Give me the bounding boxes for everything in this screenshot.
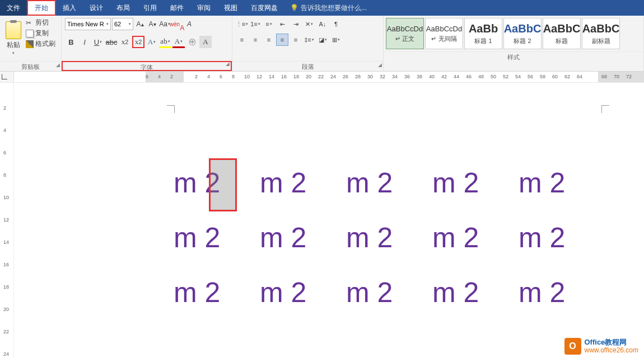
watermark-line2: www.office26.com xyxy=(585,347,639,354)
group-styles: AaBbCcDd↵ 正文AaBbCcDd↵ 无间隔AaBb标题 1AaBbC标题… xyxy=(384,16,644,71)
cell-13[interactable]: m 2 xyxy=(432,276,519,309)
tab-review[interactable]: 审阅 xyxy=(190,0,217,16)
group-styles-title: 样式 xyxy=(384,51,643,62)
paste-button[interactable]: 粘贴 ▾ xyxy=(3,18,24,59)
change-case-button[interactable]: Aa▾ xyxy=(159,18,170,30)
tell-me[interactable]: 💡 告诉我您想要做什么... xyxy=(284,0,372,16)
ruler-corner: ∟ xyxy=(0,72,14,82)
number-list-button[interactable]: 1≡▾ xyxy=(249,18,262,30)
superscript-button[interactable]: x2 xyxy=(132,36,144,48)
tab-file[interactable]: 文件 xyxy=(0,0,27,16)
style-tile-5[interactable]: AaBbC副标题 xyxy=(582,18,620,49)
bullet-list-button[interactable]: ⋮≡▾ xyxy=(236,18,248,30)
copy-icon xyxy=(26,30,34,37)
strikethrough-button[interactable]: abc xyxy=(105,36,118,48)
style-tile-2[interactable]: AaBb标题 1 xyxy=(464,18,502,49)
multilevel-list-button[interactable]: ≡▾ xyxy=(263,18,275,30)
cell-3[interactable]: m 2 xyxy=(432,167,519,199)
grow-font-button[interactable]: A▴ xyxy=(134,18,146,30)
highlight-button[interactable]: ab▾ xyxy=(159,36,171,48)
subscript-button[interactable]: x2 xyxy=(119,36,131,48)
tab-design[interactable]: 设计 xyxy=(83,0,110,16)
tab-home[interactable]: 开始 xyxy=(27,0,56,16)
brush-icon xyxy=(26,40,34,48)
chevron-down-icon: ▾ xyxy=(12,51,15,55)
group-font: Times New R▾ 62▾ A▴ A▾ Aa▾ wénA A B I U▾… xyxy=(62,16,232,71)
cell-11[interactable]: m 2 xyxy=(260,276,346,309)
watermark-line1: Office教程网 xyxy=(585,338,639,346)
format-painter-button[interactable]: 格式刷 xyxy=(26,39,55,49)
style-tile-0[interactable]: AaBbCcDd↵ 正文 xyxy=(386,18,424,49)
bold-button[interactable]: B xyxy=(65,36,77,48)
group-paragraph-title: 段落◢ xyxy=(232,61,383,71)
align-justify-button[interactable]: ≡ xyxy=(276,34,288,46)
text-direction-button[interactable]: ✕▾ xyxy=(303,18,315,30)
cell-6[interactable]: m 2 xyxy=(260,222,346,254)
tell-me-text: 告诉我您想要做什么... xyxy=(301,3,367,13)
decrease-indent-button[interactable]: ⇤ xyxy=(276,18,288,30)
watermark: O Office教程网 www.office26.com xyxy=(564,338,639,355)
style-tile-4[interactable]: AaBbC标题 xyxy=(543,18,581,49)
cell-12[interactable]: m 2 xyxy=(346,276,432,309)
tab-references[interactable]: 引用 xyxy=(137,0,164,16)
horizontal-ruler[interactable]: 6422468101214161820222426283032343638404… xyxy=(146,72,644,82)
align-left-button[interactable]: ≡ xyxy=(236,34,248,46)
paste-label: 粘贴 xyxy=(7,40,20,50)
tab-baidu[interactable]: 百度网盘 xyxy=(244,0,284,16)
group-clipboard: 粘贴 ▾ ✂剪切 复制 格式刷 剪贴板◢ xyxy=(0,16,62,71)
margin-corner-tr xyxy=(601,105,609,113)
cell-4[interactable]: m 2 xyxy=(519,167,605,199)
shrink-font-button[interactable]: A▾ xyxy=(147,18,158,30)
cell-9[interactable]: m 2 xyxy=(519,222,605,254)
page[interactable]: m 2m 2m 2m 2m 2m 2m 2m 2m 2m 2m 2m 2m 2m… xyxy=(134,83,644,358)
increase-indent-button[interactable]: ⇥ xyxy=(290,18,302,30)
tab-insert[interactable]: 插入 xyxy=(56,0,83,16)
group-paragraph: ⋮≡▾ 1≡▾ ≡▾ ⇤ ⇥ ✕▾ A↓ ¶ ≡ ≡ ≡ ≡ ≡ ‡≡▾ ◪▾ … xyxy=(232,16,384,71)
align-right-button[interactable]: ≡ xyxy=(263,34,275,46)
font-name-combo[interactable]: Times New R▾ xyxy=(65,18,111,30)
group-font-title: 字体◢ xyxy=(62,61,232,71)
align-center-button[interactable]: ≡ xyxy=(249,34,262,46)
underline-button[interactable]: U▾ xyxy=(92,36,104,48)
tab-layout[interactable]: 布局 xyxy=(110,0,137,16)
cell-8[interactable]: m 2 xyxy=(432,222,519,254)
cell-5[interactable]: m 2 xyxy=(174,222,260,254)
shading-button[interactable]: ◪▾ xyxy=(316,34,329,46)
vertical-ruler[interactable]: 24681012141618202224 xyxy=(0,83,14,358)
borders-button[interactable]: ⊞▾ xyxy=(330,34,342,46)
group-clipboard-title: 剪贴板◢ xyxy=(0,61,61,71)
cell-14[interactable]: m 2 xyxy=(519,276,605,309)
font-size-combo[interactable]: 62▾ xyxy=(112,18,133,30)
italic-button[interactable]: I xyxy=(78,36,91,48)
cell-2[interactable]: m 2 xyxy=(346,167,432,199)
dialog-launcher-icon[interactable]: ◢ xyxy=(378,60,382,70)
ribbon-tabs: 文件 开始 插入 设计 布局 引用 邮件 审阅 视图 百度网盘 💡 告诉我您想要… xyxy=(0,0,644,16)
bulb-icon: 💡 xyxy=(290,4,298,12)
dialog-launcher-icon[interactable]: ◢ xyxy=(226,59,230,69)
line-spacing-button[interactable]: ‡≡▾ xyxy=(303,34,315,46)
phonetic-guide-button[interactable]: wénA xyxy=(171,18,183,30)
sort-button[interactable]: A↓ xyxy=(316,18,329,30)
font-color-button[interactable]: A▾ xyxy=(172,36,185,48)
dialog-launcher-icon[interactable]: ◢ xyxy=(56,60,60,70)
show-marks-button[interactable]: ¶ xyxy=(330,18,342,30)
tab-view[interactable]: 视图 xyxy=(217,0,244,16)
clear-formatting-button[interactable]: A xyxy=(184,18,195,30)
cut-button[interactable]: ✂剪切 xyxy=(26,18,55,27)
margin-corner-tl xyxy=(167,105,175,113)
selection-highlight xyxy=(209,158,237,211)
cell-1[interactable]: m 2 xyxy=(260,167,346,199)
cell-7[interactable]: m 2 xyxy=(346,222,432,254)
ruler-row: ∟ 64224681012141618202224262830323436384… xyxy=(0,72,644,83)
tab-mailings[interactable]: 邮件 xyxy=(164,0,190,16)
char-shading-button[interactable]: A xyxy=(199,36,212,48)
cut-icon: ✂ xyxy=(26,19,34,27)
style-tile-1[interactable]: AaBbCcDd↵ 无间隔 xyxy=(425,18,463,49)
paste-icon xyxy=(6,21,21,39)
copy-button[interactable]: 复制 xyxy=(26,29,55,38)
text-effects-button[interactable]: A▾ xyxy=(146,36,158,48)
style-tile-3[interactable]: AaBbC标题 2 xyxy=(503,18,542,49)
enclose-char-button[interactable]: ㊥ xyxy=(186,36,198,48)
distribute-button[interactable]: ≡ xyxy=(290,34,302,46)
cell-10[interactable]: m 2 xyxy=(174,276,260,309)
